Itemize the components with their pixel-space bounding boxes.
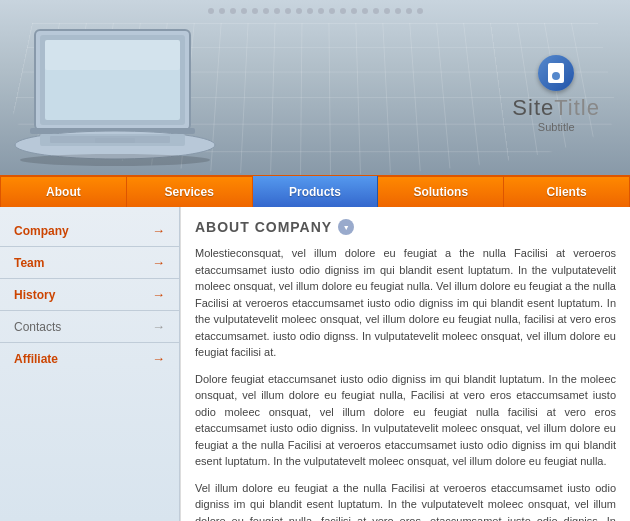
sidebar-item-company[interactable]: Company → [0,215,179,247]
site-name-bold: Site [512,95,554,120]
content-paragraph-3: Vel illum dolore eu feugiat a the nulla … [195,480,616,522]
site-title-area: SiteTitle Subtitle [512,55,600,133]
dot [241,8,247,14]
content-area: ABOUT COMPANY ▼ Molestieconsquat, vel il… [180,207,630,521]
sidebar-item-affiliate[interactable]: Affiliate → [0,343,179,374]
svg-rect-8 [95,138,135,143]
dot [285,8,291,14]
sidebar-label-affiliate: Affiliate [14,352,58,366]
content-title-text: ABOUT COMPANY [195,219,332,235]
nav-item-about[interactable]: About [0,176,127,208]
sidebar-label-team: Team [14,256,44,270]
laptop-image [10,20,230,168]
content-title: ABOUT COMPANY ▼ [195,219,616,235]
dropdown-arrow: ▼ [343,224,350,231]
dot [318,8,324,14]
content-paragraph-1: Molestieconsquat, vel illum dolore eu fe… [195,245,616,361]
dot [208,8,214,14]
main-area: Company → Team → History → Contacts → Af… [0,207,630,521]
nav-bar: About Services Products Solutions Client… [0,175,630,207]
dropdown-icon[interactable]: ▼ [338,219,354,235]
sidebar: Company → Team → History → Contacts → Af… [0,207,180,521]
dot [329,8,335,14]
dot [219,8,225,14]
site-subtitle: Subtitle [512,121,600,133]
dot [373,8,379,14]
content-paragraph-2: Dolore feugiat etaccumsanet iusto odio d… [195,371,616,470]
dot [230,8,236,14]
sidebar-label-history: History [14,288,55,302]
dot [351,8,357,14]
svg-point-9 [20,154,210,166]
sidebar-arrow-team: → [152,255,165,270]
sidebar-arrow-contacts: → [152,319,165,334]
sidebar-arrow-history: → [152,287,165,302]
site-icon [538,55,574,91]
dot [307,8,313,14]
dot [395,8,401,14]
dot [263,8,269,14]
dot [417,8,423,14]
sidebar-item-team[interactable]: Team → [0,247,179,279]
sidebar-item-history[interactable]: History → [0,279,179,311]
sidebar-label-contacts: Contacts [14,320,61,334]
dot [362,8,368,14]
dot [274,8,280,14]
site-icon-inner [548,63,564,83]
dot [252,8,258,14]
header: SiteTitle Subtitle [0,0,630,175]
site-name: SiteTitle [512,95,600,121]
dot [340,8,346,14]
site-name-light: Title [554,95,600,120]
dot [406,8,412,14]
sidebar-label-company: Company [14,224,69,238]
dot [384,8,390,14]
sidebar-item-contacts[interactable]: Contacts → [0,311,179,343]
nav-item-solutions[interactable]: Solutions [378,176,504,208]
nav-item-products[interactable]: Products [253,176,379,208]
dot [296,8,302,14]
sidebar-arrow-affiliate: → [152,351,165,366]
svg-rect-3 [45,40,180,70]
nav-item-services[interactable]: Services [127,176,253,208]
sidebar-arrow-company: → [152,223,165,238]
nav-item-clients[interactable]: Clients [504,176,630,208]
